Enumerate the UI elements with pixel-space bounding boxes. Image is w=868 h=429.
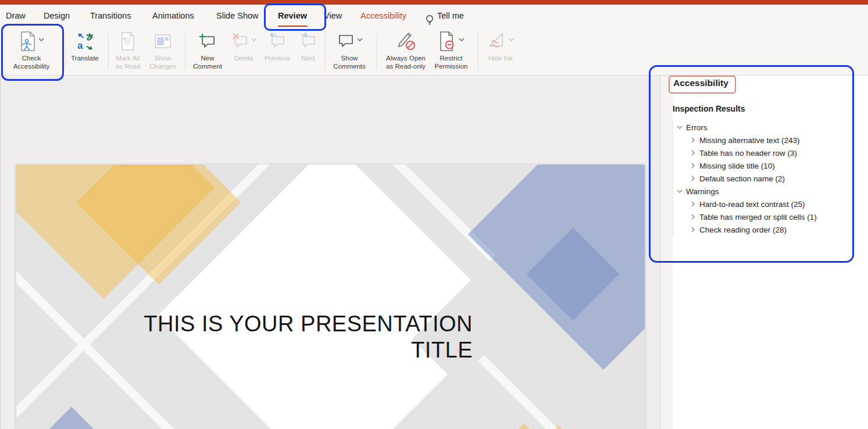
tree-label: Default section name (2): [699, 174, 785, 183]
document-accessibility-icon: [19, 31, 37, 54]
inspection-results-heading: Inspection Results: [673, 104, 745, 113]
chevron-right-icon: [690, 137, 696, 143]
chevron-right-icon: [690, 227, 696, 233]
tree-label: Missing slide title (10): [699, 162, 775, 170]
group-separator: [478, 34, 478, 70]
tab-transitions[interactable]: Transitions: [90, 5, 131, 27]
show-comments-button[interactable]: ShowComments: [329, 30, 370, 70]
chevron-down-icon: [251, 34, 257, 44]
tree-label: Check reading order (28): [699, 226, 787, 234]
button-label: Comment: [193, 63, 222, 71]
translate-button[interactable]: a Translate: [67, 30, 102, 63]
ribbon: CheckAccessibility a Translate: [0, 27, 868, 76]
button-label: Comments: [333, 63, 366, 71]
slide-title-line2: TITLE: [144, 337, 473, 363]
new-comment-button[interactable]: NewComment: [190, 30, 226, 70]
chevron-down-icon: [38, 34, 44, 44]
mark-all-as-read-button[interactable]: Mark Allas Read: [112, 30, 144, 70]
show-changes-button[interactable]: ShowChanges: [145, 30, 180, 70]
tree-group-errors[interactable]: Errors: [673, 121, 848, 134]
chevron-down-icon: [676, 189, 683, 194]
tab-review[interactable]: Review: [278, 5, 307, 27]
button-label: Mark All: [116, 55, 141, 63]
tree-label: Table has no header row (3): [699, 149, 797, 158]
button-label: Hide Ink: [488, 55, 513, 63]
slide-title-textbox[interactable]: THIS IS YOUR PRESENTATION TITLE: [144, 311, 473, 363]
button-label: Delete: [234, 55, 253, 63]
titlebar-strip: [0, 0, 868, 5]
chevron-right-icon: [690, 214, 696, 220]
button-label: Previous: [265, 55, 291, 63]
tree-label: Table has merged or split cells (1): [699, 213, 817, 221]
tab-accessibility[interactable]: Accessibility: [360, 5, 406, 27]
tab-tell-me[interactable]: Tell me: [437, 5, 464, 27]
inspection-results-tree: Errors Missing alternative text (243) Ta…: [673, 120, 848, 236]
tree-item[interactable]: Table has no header row (3): [673, 146, 848, 159]
previous-comment-button[interactable]: Previous: [260, 30, 294, 63]
tree-label: Hard-to-read text contrast (25): [699, 200, 805, 209]
button-label: Show: [333, 55, 366, 63]
tree-item[interactable]: Hard-to-read text contrast (25): [673, 198, 848, 210]
tab-animations[interactable]: Animations: [152, 5, 194, 27]
chevron-right-icon: [690, 163, 696, 169]
slide-title-line1: THIS IS YOUR PRESENTATION: [144, 311, 473, 337]
tree-label: Errors: [686, 123, 708, 132]
next-comment-button[interactable]: Next: [295, 30, 321, 63]
tab-view[interactable]: View: [324, 5, 342, 27]
translate-icon: a: [75, 31, 95, 53]
restrict-permission-button[interactable]: RestrictPermission: [433, 30, 470, 70]
comment-delete-icon: [231, 32, 249, 53]
delete-comment-button[interactable]: Delete: [228, 30, 259, 63]
tree-item[interactable]: Default section name (2): [673, 172, 848, 185]
group-separator: [108, 34, 109, 70]
always-open-read-only-button[interactable]: Always Openas Read-only: [380, 30, 431, 70]
button-label: Changes: [149, 63, 176, 71]
document-lines-icon: [120, 31, 136, 53]
accessibility-pane-title: Accessibility: [673, 78, 728, 88]
powerpoint-window: Draw Design Transitions Animations Slide…: [0, 0, 868, 429]
chevron-down-icon: [676, 125, 683, 130]
group-separator: [377, 34, 377, 70]
changes-window-icon: [153, 33, 173, 52]
chevron-down-icon: [509, 34, 515, 44]
button-label: Check: [13, 55, 50, 63]
tree-item[interactable]: Missing slide title (10): [673, 159, 848, 172]
chevron-down-icon: [357, 34, 363, 44]
group-separator: [324, 34, 325, 70]
button-label: New: [193, 55, 222, 63]
tree-item[interactable]: Missing alternative text (243): [673, 134, 848, 146]
tree-item[interactable]: Check reading order (28): [673, 223, 848, 236]
check-accessibility-button[interactable]: CheckAccessibility: [2, 30, 60, 70]
ink-icon: [487, 32, 507, 53]
pane-scroll-gutter: [660, 76, 673, 429]
tab-design[interactable]: Design: [44, 5, 70, 27]
ribbon-tab-bar: Draw Design Transitions Animations Slide…: [0, 5, 868, 27]
hide-ink-button[interactable]: Hide Ink: [484, 30, 517, 63]
tree-label: Missing alternative text (243): [699, 136, 800, 145]
chevron-right-icon: [690, 150, 696, 156]
button-label: Permission: [435, 63, 468, 71]
slide-canvas: THIS IS YOUR PRESENTATION TITLE: [0, 76, 660, 429]
button-label: Restrict: [435, 55, 468, 63]
tree-group-warnings[interactable]: Warnings: [673, 185, 848, 198]
slide[interactable]: THIS IS YOUR PRESENTATION TITLE: [16, 165, 645, 429]
button-label: as Read: [116, 63, 141, 71]
group-separator: [65, 34, 66, 70]
svg-text:a: a: [77, 40, 83, 51]
tree-item[interactable]: Table has merged or split cells (1): [673, 210, 848, 223]
group-separator: [185, 34, 185, 70]
document-restrict-icon: [438, 31, 457, 54]
comment-next-icon: [299, 32, 317, 53]
chevron-right-icon: [690, 201, 696, 207]
tree-label: Warnings: [686, 187, 719, 196]
comment-previous-icon: [268, 32, 287, 53]
button-label: as Read-only: [386, 63, 426, 71]
button-label: Accessibility: [13, 63, 50, 71]
tab-slide-show[interactable]: Slide Show: [216, 5, 259, 27]
comment-plus-icon: [198, 32, 217, 53]
button-label: Next: [301, 55, 315, 63]
pencil-blocked-icon: [395, 31, 417, 53]
button-label: Always Open: [386, 55, 426, 63]
tab-draw[interactable]: Draw: [6, 5, 26, 27]
chevron-down-icon: [459, 34, 465, 44]
